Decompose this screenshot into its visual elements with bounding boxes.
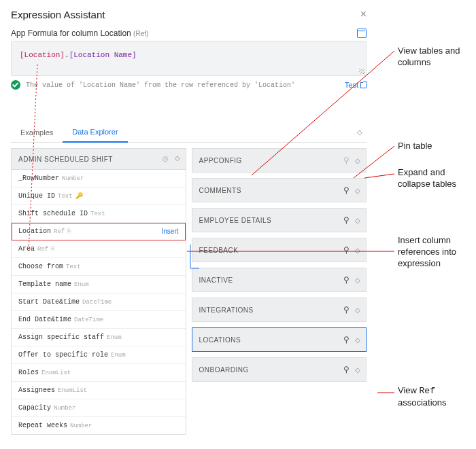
expand-icon[interactable]: ◇ [355, 306, 359, 314]
collapse-icon[interactable]: ◇ [175, 154, 179, 164]
column-item[interactable]: Template name Enum [12, 276, 186, 293]
tab-examples[interactable]: Examples [11, 123, 63, 142]
table-row[interactable]: LOCATIONS⚲◇ [192, 327, 367, 352]
insert-link[interactable]: Insert [161, 228, 178, 235]
formula-subhead: App Formula for column Location (Ref) [11, 29, 367, 38]
tab-data-explorer[interactable]: Data Explorer [63, 122, 127, 143]
dialog-title: Expression Assistant [11, 9, 105, 20]
left-table-name: ADMIN SCHEDULED SHIFT [18, 156, 113, 163]
expand-icon[interactable]: ◇ [355, 217, 359, 224]
tabs-row: Examples Data Explorer ◇ [11, 122, 367, 143]
formula-token-location-name: [Location Name] [69, 51, 137, 59]
expand-icon[interactable]: ◇ [355, 247, 359, 254]
dialog-header: Expression Assistant × [11, 8, 367, 20]
expand-icon[interactable]: ◇ [355, 366, 359, 374]
right-tables: APPCONFIG⚲◇COMMENTS⚲◇EMPLOYEE DETAILS⚲◇F… [192, 148, 367, 435]
column-item[interactable]: Unique ID Text 🔑 [12, 187, 186, 205]
close-icon[interactable]: × [360, 8, 367, 20]
expand-icon[interactable]: ◇ [355, 157, 359, 164]
column-item[interactable]: Assignees EnumList [12, 382, 186, 399]
column-item[interactable]: Roles EnumList [12, 364, 186, 382]
pin-icon[interactable]: ⚲ [343, 215, 350, 225]
validation-text: The value of 'Location Name' from the ro… [26, 82, 295, 89]
column-list: _RowNumber NumberUnique ID Text 🔑Shift s… [11, 170, 186, 435]
calendar-icon[interactable] [357, 29, 367, 38]
column-item[interactable]: Area Ref ⎘ [12, 240, 186, 258]
expression-assistant-dialog: Expression Assistant × App Formula for c… [0, 0, 377, 435]
check-circle-icon [11, 80, 20, 90]
resize-handle-icon[interactable] [359, 69, 364, 74]
formula-label: App Formula for column Location (Ref) [11, 29, 148, 38]
table-row[interactable]: APPCONFIG⚲◇ [192, 148, 367, 173]
pin-icon[interactable]: ⚲ [343, 275, 350, 285]
link-icon: ⎘ [67, 228, 71, 235]
external-link-icon [360, 82, 367, 88]
column-item[interactable]: Start Date&time DateTime [12, 293, 186, 311]
table-row[interactable]: ONBOARDING⚲◇ [192, 357, 367, 382]
annot-view-ref: View Refassociations [398, 385, 447, 410]
tabs-right-controls: ◇ [357, 128, 367, 136]
annot-view-tables: View tables and columns [398, 46, 476, 69]
annot-insert: Insert column references into expression [398, 235, 476, 270]
expand-icon[interactable]: ◇ [355, 276, 359, 284]
key-icon: 🔑 [75, 192, 83, 200]
link-icon: ⎘ [51, 246, 54, 253]
pin-icon[interactable]: ⚲ [343, 365, 350, 374]
sort-icon[interactable]: ◇ [357, 128, 361, 136]
pin-off-icon[interactable]: ⊘ [162, 154, 169, 164]
data-explorer: ADMIN SCHEDULED SHIFT ⊘ ◇ _RowNumber Num… [11, 148, 367, 435]
column-item[interactable]: Capacity Number [12, 399, 186, 417]
table-row[interactable]: INACTIVE⚲◇ [192, 268, 367, 292]
left-column: ADMIN SCHEDULED SHIFT ⊘ ◇ _RowNumber Num… [11, 148, 186, 435]
formula-token-location: [Location] [20, 51, 65, 59]
table-row[interactable]: EMPLOYEE DETAILS⚲◇ [192, 208, 367, 232]
column-item[interactable]: Shift schedule ID Text [12, 205, 186, 223]
pin-icon[interactable]: ⚲ [343, 245, 350, 255]
pin-icon[interactable]: ⚲ [343, 305, 350, 315]
annot-expand: Expand and collapse tables [398, 167, 476, 190]
column-item[interactable]: Choose from Text [12, 258, 186, 276]
pin-icon[interactable]: ⚲ [343, 156, 350, 165]
expand-icon[interactable]: ◇ [355, 336, 359, 344]
left-table-header[interactable]: ADMIN SCHEDULED SHIFT ⊘ ◇ [11, 148, 186, 170]
column-item[interactable]: Offer to specific role Enum [12, 346, 186, 364]
pin-icon[interactable]: ⚲ [343, 185, 350, 195]
table-row[interactable]: FEEDBACK⚲◇ [192, 238, 367, 262]
table-row[interactable]: COMMENTS⚲◇ [192, 178, 367, 202]
expand-icon[interactable]: ◇ [355, 187, 359, 194]
pin-icon[interactable]: ⚲ [343, 335, 350, 344]
column-item[interactable]: _RowNumber Number [12, 170, 186, 187]
table-row[interactable]: INTEGRATIONS⚲◇ [192, 298, 367, 322]
test-link[interactable]: Test [345, 81, 367, 89]
column-item[interactable]: End Date&time DateTime [12, 311, 186, 329]
annot-pin-table: Pin table [398, 141, 432, 152]
formula-input[interactable]: [Location].[Location Name] [11, 41, 367, 76]
column-item[interactable]: Location Ref ⎘Insert [12, 223, 186, 240]
column-item[interactable]: Repeat weeks Number [12, 417, 186, 434]
column-item[interactable]: Assign specific staff Enum [12, 329, 186, 346]
validation-row: The value of 'Location Name' from the ro… [11, 80, 367, 90]
